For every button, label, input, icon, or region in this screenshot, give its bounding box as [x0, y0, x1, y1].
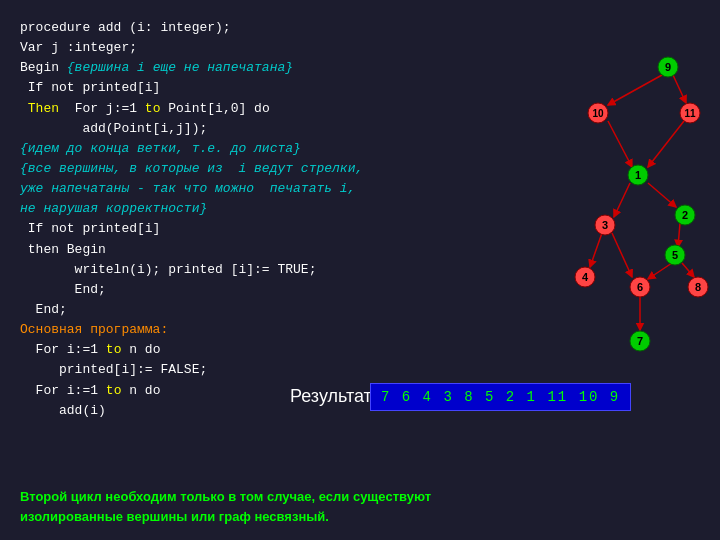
- svg-line-6: [678, 223, 680, 247]
- svg-text:2: 2: [682, 209, 688, 221]
- svg-text:5: 5: [672, 249, 678, 261]
- result-numbers: 7 6 4 3 8 5 2 1 11 10 9: [381, 389, 620, 405]
- svg-text:7: 7: [637, 335, 643, 347]
- code-line-11: If not printed[i]: [20, 219, 400, 239]
- svg-line-0: [608, 75, 662, 105]
- svg-text:10: 10: [592, 108, 604, 119]
- code-line-14: End;: [20, 280, 400, 300]
- code-line-18: printed[i]:= FALSE;: [20, 360, 400, 380]
- svg-line-7: [590, 233, 602, 267]
- main-container: procedure add (i: integer); Var j :integ…: [0, 0, 720, 540]
- svg-text:6: 6: [637, 281, 643, 293]
- svg-line-10: [648, 263, 672, 279]
- code-line-13: writeln(i); printed [i]:= TRUE;: [20, 260, 400, 280]
- code-line-16: Основная программа:: [20, 320, 400, 340]
- svg-line-4: [648, 183, 676, 207]
- code-line-17: For i:=1 to n do: [20, 340, 400, 360]
- svg-text:1: 1: [635, 169, 641, 181]
- code-line-12: then Begin: [20, 240, 400, 260]
- code-line-4: If not printed[i]: [20, 78, 400, 98]
- graph-svg: 9 10 11 1 2 3 4 5 6: [490, 30, 710, 390]
- svg-text:9: 9: [665, 61, 671, 73]
- code-line-8: {все вершины, в которые из i ведут стрел…: [20, 159, 400, 179]
- svg-line-9: [682, 263, 694, 277]
- code-line-15: End;: [20, 300, 400, 320]
- code-line-7: {идем до конца ветки, т.е. до листа}: [20, 139, 400, 159]
- bottom-text-line-1: Второй цикл необходим только в том случа…: [20, 487, 700, 507]
- svg-line-3: [648, 121, 684, 167]
- bottom-text: Второй цикл необходим только в том случа…: [20, 487, 700, 526]
- code-line-5: Then For j:=1 to Point[i,0] do: [20, 99, 400, 119]
- code-line-6: add(Point[i,j]);: [20, 119, 400, 139]
- svg-text:11: 11: [684, 108, 696, 119]
- svg-text:4: 4: [582, 271, 589, 283]
- code-line-9: уже напечатаны - так что можно печатать …: [20, 179, 400, 199]
- graph-container: 9 10 11 1 2 3 4 5 6: [490, 30, 710, 390]
- svg-text:3: 3: [602, 219, 608, 231]
- svg-line-5: [614, 183, 630, 217]
- result-label: Результат: [290, 386, 372, 407]
- code-line-1: procedure add (i: integer);: [20, 18, 400, 38]
- svg-line-8: [612, 233, 632, 277]
- bottom-text-line-2: изолированные вершины или граф несвязный…: [20, 507, 700, 527]
- code-line-3: Begin {вершина i еще не напечатана}: [20, 58, 400, 78]
- svg-line-2: [608, 121, 632, 167]
- svg-text:8: 8: [695, 281, 701, 293]
- code-line-2: Var j :integer;: [20, 38, 400, 58]
- code-line-10: не нарушая корректности}: [20, 199, 400, 219]
- code-section: procedure add (i: integer); Var j :integ…: [20, 18, 400, 421]
- svg-line-1: [673, 75, 686, 103]
